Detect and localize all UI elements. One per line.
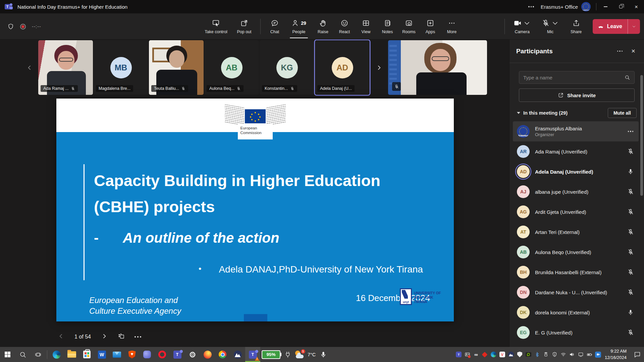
section-label[interactable]: In this meeting (29)	[523, 110, 568, 116]
search-input[interactable]	[523, 75, 624, 80]
file-explorer-icon[interactable]	[64, 347, 79, 362]
share-invite-button[interactable]: Share invite	[519, 88, 635, 102]
tray-battery-icon[interactable]	[586, 347, 593, 362]
taskbar-mic-icon[interactable]	[318, 347, 328, 362]
tray-cast-icon[interactable]	[577, 347, 585, 362]
mic-muted-icon[interactable]	[627, 269, 635, 276]
mic-muted-icon[interactable]	[627, 329, 635, 336]
participant-row[interactable]: DK dorela konomi (External)	[513, 302, 639, 322]
slide-grid-view-button[interactable]	[118, 333, 124, 341]
firefox-icon[interactable]	[200, 347, 215, 362]
temperature-label[interactable]: 7°C	[308, 352, 316, 357]
loop-icon[interactable]	[140, 347, 155, 362]
tray-teams-icon[interactable]: T	[455, 347, 463, 362]
raise-hand-button[interactable]: Raise	[312, 13, 334, 40]
tray-contacts-icon[interactable]	[464, 347, 471, 362]
notes-button[interactable]: Notes	[377, 13, 398, 40]
avatar-tile-aulona[interactable]: AB Aulona Beq...	[204, 40, 259, 95]
edge-icon[interactable]	[49, 347, 64, 362]
panel-close-icon[interactable]: ×	[629, 46, 637, 56]
mic-on-icon[interactable]	[627, 168, 635, 175]
mic-muted-icon[interactable]	[627, 188, 635, 195]
tray-nordvpn-icon[interactable]	[507, 347, 515, 362]
apps-button[interactable]: Apps	[420, 13, 441, 40]
camera-button[interactable]: Camera	[508, 13, 536, 40]
word-icon[interactable]: W	[94, 347, 109, 362]
avatar-tile-adela-active[interactable]: AD Adela Danaj (U...	[315, 40, 370, 95]
participant-row[interactable]: AT Artan Teri (External)	[513, 222, 639, 242]
filmstrip-next-icon[interactable]	[375, 61, 383, 74]
titlebar-more-icon[interactable]	[524, 6, 539, 7]
mute-all-button[interactable]: Mute all	[608, 108, 637, 118]
participant-row[interactable]: BH Brunilda Hasanbelli (External)	[513, 262, 639, 282]
tray-nvidia-icon[interactable]	[525, 347, 532, 362]
rooms-button[interactable]: Rooms	[398, 13, 420, 40]
close-button[interactable]: ×	[629, 0, 644, 13]
mic-muted-icon[interactable]	[627, 229, 635, 235]
participant-row[interactable]: AG Ardit Gjeta (Unverified)	[513, 202, 639, 222]
taskbar-search-icon[interactable]	[15, 347, 30, 362]
chat-button[interactable]: Chat	[264, 13, 285, 40]
tray-creative-cloud-icon[interactable]: ∞	[472, 347, 480, 362]
camera-dropdown-chevron-icon[interactable]	[523, 19, 531, 27]
teams-icon[interactable]: T	[170, 347, 185, 362]
take-control-button[interactable]: Take control	[201, 13, 231, 40]
shield-icon[interactable]	[7, 23, 14, 30]
panel-scrollbar[interactable]	[640, 75, 643, 196]
account-name[interactable]: Erasmus+ Office	[541, 4, 578, 10]
tray-meet-now-icon[interactable]	[594, 347, 602, 362]
avatar-tile-magdalena[interactable]: MB Magdalena Bre...	[94, 40, 148, 95]
participant-row[interactable]: EG E. G (Unverified)	[513, 322, 639, 343]
previous-slide-button[interactable]	[58, 333, 64, 341]
slide-more-options-icon[interactable]	[135, 336, 141, 338]
mic-muted-icon[interactable]	[627, 148, 635, 155]
pop-out-button[interactable]: Pop out	[231, 13, 257, 40]
tray-alert-shield-icon[interactable]	[551, 347, 558, 362]
mail-icon[interactable]	[109, 347, 124, 362]
tray-volume-icon[interactable]	[568, 347, 576, 362]
video-tile-teuta[interactable]: Teuta Balliu...	[149, 40, 204, 95]
action-center-icon[interactable]	[631, 347, 644, 362]
nordvpn-icon[interactable]	[230, 347, 245, 362]
teams-meeting-active-icon[interactable]: T!	[245, 347, 260, 362]
mic-muted-icon[interactable]	[627, 208, 635, 215]
start-button[interactable]	[0, 347, 15, 362]
tray-bluetooth-icon[interactable]	[533, 347, 541, 362]
restore-button[interactable]	[613, 0, 629, 13]
collapse-triangle-icon[interactable]	[517, 112, 520, 114]
participant-row-organizer[interactable]: Erasmus Erasmusplus Albania Organizer	[513, 121, 639, 141]
tray-vivaldi-icon[interactable]: V	[498, 347, 506, 362]
task-view-icon[interactable]	[30, 347, 45, 362]
leave-dropdown-chevron-icon[interactable]	[628, 19, 640, 34]
leave-button[interactable]: Leave	[593, 19, 640, 34]
minimize-button[interactable]	[598, 0, 613, 13]
view-button[interactable]: View	[355, 13, 377, 40]
taskbar-clock[interactable]: 9:22 AM 12/16/2024	[605, 348, 627, 361]
account-avatar[interactable]: erasmus	[581, 2, 591, 11]
tray-defender-icon[interactable]	[516, 347, 524, 362]
mic-muted-icon[interactable]	[627, 249, 635, 255]
microsoft-store-icon[interactable]	[79, 347, 94, 362]
brave-icon[interactable]	[124, 347, 140, 362]
more-button[interactable]: More	[441, 13, 463, 40]
participant-row[interactable]: DN Dardane Nuka - U... (Unverified)	[513, 282, 639, 302]
participant-row-active-speaker[interactable]: AD Adela Danaj (Unverified)	[513, 162, 639, 182]
tray-vpn-lock-icon[interactable]	[542, 347, 550, 362]
participant-row[interactable]: AR Ada Ramaj (Unverified)	[513, 141, 639, 162]
filmstrip-prev-icon[interactable]	[25, 61, 34, 74]
mic-muted-icon[interactable]	[627, 289, 635, 296]
video-tile-presenter[interactable]	[388, 40, 487, 95]
opera-icon[interactable]	[155, 347, 170, 362]
people-button[interactable]: 29 People	[285, 13, 312, 40]
chrome-icon[interactable]	[215, 347, 230, 362]
tray-wifi-icon[interactable]	[559, 347, 567, 362]
mic-button[interactable]: Mic	[536, 13, 565, 40]
mic-on-icon[interactable]	[627, 309, 635, 316]
weather-icon[interactable]: 1	[293, 347, 306, 362]
tray-edge-icon[interactable]	[490, 347, 497, 362]
tray-sync-icon[interactable]	[481, 347, 489, 362]
panel-more-icon[interactable]	[612, 51, 628, 52]
avatar-tile-konstantin[interactable]: KG Konstantin...	[260, 40, 314, 95]
share-button[interactable]: Share	[565, 13, 588, 40]
participant-row[interactable]: AJ albana jupe (Unverified)	[513, 182, 639, 202]
